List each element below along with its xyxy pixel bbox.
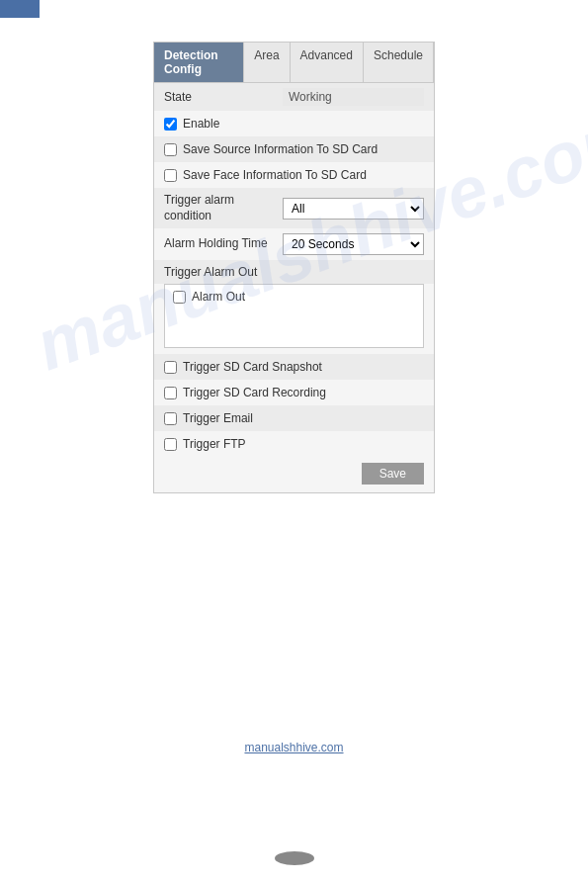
form-content: State Working Enable Save Source Informa…	[154, 83, 434, 492]
enable-checkbox[interactable]	[164, 118, 177, 131]
trigger-alarm-row: Trigger alarm condition All Option1 Opti…	[154, 188, 434, 228]
trigger-sd-snapshot-checkbox[interactable]	[164, 361, 177, 374]
tab-schedule[interactable]: Schedule	[364, 43, 434, 82]
tab-advanced[interactable]: Advanced	[291, 43, 364, 82]
alarm-out-checkbox[interactable]	[173, 291, 186, 304]
tab-detection-config[interactable]: Detection Config	[154, 43, 244, 82]
trigger-sd-snapshot-row: Trigger SD Card Snapshot	[154, 354, 434, 380]
state-value: Working	[283, 88, 424, 106]
trigger-ftp-label[interactable]: Trigger FTP	[183, 437, 246, 451]
tab-area[interactable]: Area	[244, 43, 290, 82]
bottom-link[interactable]: manualshhive.com	[244, 741, 343, 754]
trigger-sd-recording-row: Trigger SD Card Recording	[154, 380, 434, 405]
save-button[interactable]: Save	[362, 463, 424, 485]
tab-bar: Detection Config Area Advanced Schedule	[154, 43, 434, 83]
trigger-email-checkbox[interactable]	[164, 412, 177, 425]
enable-label[interactable]: Enable	[183, 117, 219, 131]
save-face-label[interactable]: Save Face Information To SD Card	[183, 168, 367, 182]
main-panel: Detection Config Area Advanced Schedule …	[153, 42, 435, 493]
trigger-ftp-row: Trigger FTP	[154, 431, 434, 457]
trigger-alarm-out-header: Trigger Alarm Out	[154, 260, 434, 284]
trigger-sd-snapshot-label[interactable]: Trigger SD Card Snapshot	[183, 360, 322, 374]
trigger-sd-recording-checkbox[interactable]	[164, 387, 177, 399]
save-source-checkbox[interactable]	[164, 143, 177, 156]
alarm-holding-row: Alarm Holding Time 10 Seconds 20 Seconds…	[154, 228, 434, 260]
trigger-alarm-select[interactable]: All Option1 Option2	[283, 198, 424, 220]
trigger-email-label[interactable]: Trigger Email	[183, 411, 253, 425]
save-face-row: Save Face Information To SD Card	[154, 162, 434, 188]
trigger-ftp-checkbox[interactable]	[164, 438, 177, 451]
enable-row: Enable	[154, 111, 434, 136]
alarm-holding-select[interactable]: 10 Seconds 20 Seconds 30 Seconds 60 Seco…	[283, 233, 424, 255]
state-row: State Working	[154, 83, 434, 111]
trigger-email-row: Trigger Email	[154, 405, 434, 431]
bottom-ellipse	[275, 851, 314, 865]
top-accent-bar	[0, 0, 40, 18]
alarm-out-label[interactable]: Alarm Out	[192, 290, 245, 304]
save-face-checkbox[interactable]	[164, 169, 177, 182]
save-source-row: Save Source Information To SD Card	[154, 136, 434, 162]
state-label: State	[164, 90, 283, 104]
alarm-holding-label: Alarm Holding Time	[164, 236, 283, 252]
save-row: Save	[154, 457, 434, 492]
alarm-out-box: Alarm Out	[164, 284, 424, 348]
trigger-alarm-label: Trigger alarm condition	[164, 193, 283, 223]
save-source-label[interactable]: Save Source Information To SD Card	[183, 142, 378, 156]
trigger-sd-recording-label[interactable]: Trigger SD Card Recording	[183, 386, 326, 399]
alarm-out-item: Alarm Out	[173, 290, 415, 304]
